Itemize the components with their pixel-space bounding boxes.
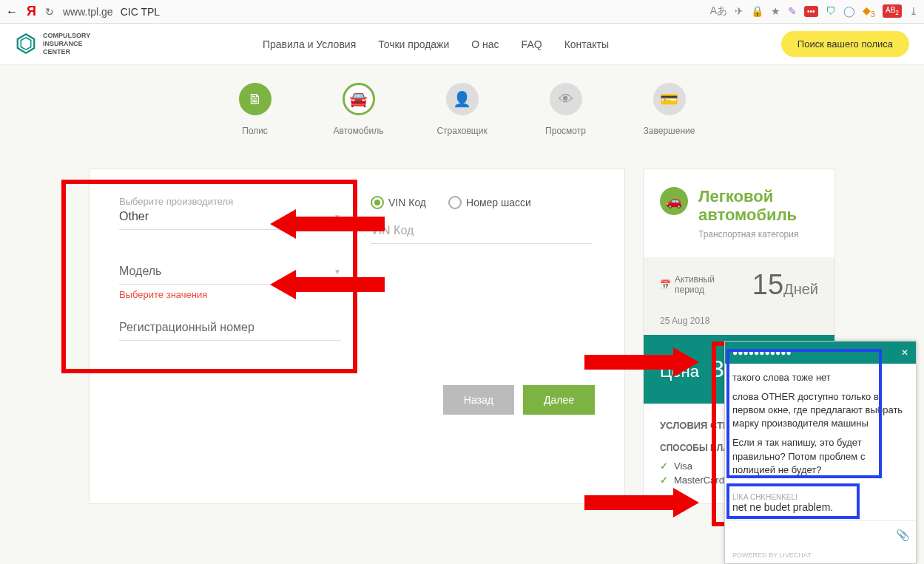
chat-messages[interactable]: такого слова тоже нет слова OTHER доступ… xyxy=(725,364,916,490)
vin-field[interactable]: VIN Код xyxy=(371,224,593,244)
nav-points[interactable]: Точки продажи xyxy=(378,38,449,50)
period-box: 📅 Активный период 15 Дней xyxy=(644,257,834,313)
chevron-down-icon: ▼ xyxy=(334,268,341,276)
step-complete[interactable]: 💳 Завершение xyxy=(618,83,721,136)
browser-back-button[interactable]: ← xyxy=(6,5,18,18)
registration-input[interactable]: Регистрационный номер xyxy=(119,321,341,341)
ext-badge-red[interactable]: ••• xyxy=(804,6,818,17)
chat-msg-1: такого слова тоже нет xyxy=(732,371,908,384)
car-icon: 🚘 xyxy=(343,83,375,115)
browser-toolbar: ← Я ↻ www.tpl.ge CIC TPL Аあ ✈ 🔒 ★ ✎ ••• … xyxy=(0,0,924,24)
radio-vin[interactable]: VIN Код xyxy=(371,196,426,209)
manufacturer-select[interactable]: Other ▼ xyxy=(119,210,341,230)
url-text: www.tpl.ge xyxy=(63,6,113,18)
step-review[interactable]: 👁 Просмотр xyxy=(514,83,618,136)
download-icon[interactable]: ⤓ xyxy=(909,5,918,17)
main-nav: Правила и Условия Точки продажи О нас FA… xyxy=(90,38,781,50)
card-icon: 💳 xyxy=(653,83,686,115)
adblock-icon[interactable]: AB2 xyxy=(883,4,902,18)
radio-chassis[interactable]: Номер шасси xyxy=(448,196,531,209)
form-buttons: Назад Далее xyxy=(119,385,595,415)
send-icon[interactable]: ✈ xyxy=(735,5,743,17)
back-button[interactable]: Назад xyxy=(443,385,514,415)
chat-agent-name: LIKA CHKHENKELI xyxy=(725,490,916,501)
manufacturer-label: Выберите производителя xyxy=(119,196,341,207)
period-value: 15 Дней xyxy=(752,269,818,301)
shield-icon[interactable]: ⛉ xyxy=(826,5,836,17)
nav-contacts[interactable]: Контакты xyxy=(564,38,609,50)
nav-rules[interactable]: Правила и Условия xyxy=(263,38,356,50)
calendar-icon: 📅 xyxy=(660,279,671,290)
site-logo[interactable]: COMPULSORY INSURANCE CENTER xyxy=(15,32,90,55)
page-title-text: CIC TPL xyxy=(121,6,160,18)
lock-icon[interactable]: 🔒 xyxy=(751,5,763,17)
hexagon-logo-icon xyxy=(15,33,37,55)
next-button[interactable]: Далее xyxy=(523,385,595,415)
yandex-logo-icon[interactable]: Я xyxy=(27,4,36,19)
eye-icon: 👁 xyxy=(550,83,582,115)
chat-input[interactable] xyxy=(731,527,896,543)
chat-header[interactable]: ●●●●●●●●●●● ✕ xyxy=(725,342,916,364)
registration-field[interactable]: Регистрационный номер xyxy=(119,321,341,341)
radio-checked-icon xyxy=(371,196,384,209)
step-policy[interactable]: 🗎 Полис xyxy=(203,83,307,136)
chat-title: ●●●●●●●●●●● xyxy=(732,347,792,358)
step-insurer[interactable]: 👤 Страховщик xyxy=(411,83,514,136)
address-bar[interactable]: www.tpl.ge CIC TPL xyxy=(63,6,701,18)
chat-footer: POWERED BY LIVECHAT xyxy=(725,549,916,563)
ext-orange-icon[interactable]: ◆3 xyxy=(863,4,875,18)
document-icon: 🗎 xyxy=(239,83,272,115)
category-subtitle: Транспортная категория xyxy=(698,229,818,239)
search-policy-button[interactable]: Поиск вашего полиса xyxy=(781,31,909,57)
model-field[interactable]: Модель ▼ Выберите значения xyxy=(119,265,341,300)
vehicle-form-card: VIN Код Номер шасси Выберите производите… xyxy=(89,169,625,504)
manufacturer-field[interactable]: Выберите производителя Other ▼ xyxy=(119,196,341,230)
period-label: 📅 Активный период xyxy=(660,274,742,295)
chat-close-icon[interactable]: ✕ xyxy=(901,347,908,358)
step-car[interactable]: 🚘 Автомобиль xyxy=(307,83,411,136)
period-date: 25 Aug 2018 xyxy=(644,313,834,335)
person-icon: 👤 xyxy=(446,83,479,115)
category-title: Легковой автомобиль xyxy=(698,187,818,225)
model-select[interactable]: Модель ▼ xyxy=(119,265,341,285)
chat-input-area: 📎 xyxy=(725,520,916,549)
drop-icon[interactable]: ◯ xyxy=(843,5,855,17)
nav-faq[interactable]: FAQ xyxy=(522,38,542,50)
model-error: Выберите значения xyxy=(119,289,341,300)
bookmark-star-icon[interactable]: ★ xyxy=(771,5,780,17)
refresh-icon[interactable]: ↻ xyxy=(45,6,54,18)
svg-marker-1 xyxy=(21,38,31,50)
chat-msg-2: слова OTHER доступно только в первом окн… xyxy=(732,390,908,431)
browser-extension-icons: Аあ ✈ 🔒 ★ ✎ ••• ⛉ ◯ ◆3 AB2 ⤓ xyxy=(710,4,918,18)
radio-unchecked-icon xyxy=(448,196,462,209)
translate-icon[interactable]: Аあ xyxy=(710,4,727,18)
progress-stepper: 🗎 Полис 🚘 Автомобиль 👤 Страховщик 👁 Прос… xyxy=(0,65,924,154)
chat-msg-3: Если я так напишу, это будет правильно? … xyxy=(732,436,908,477)
site-header: COMPULSORY INSURANCE CENTER Правила и Ус… xyxy=(0,24,924,65)
chevron-down-icon: ▼ xyxy=(334,213,341,221)
vin-input[interactable]: VIN Код xyxy=(371,224,593,244)
livechat-widget: ●●●●●●●●●●● ✕ такого слова тоже нет слов… xyxy=(724,341,917,564)
car-category-icon: 🚗 xyxy=(660,187,688,215)
feather-icon[interactable]: ✎ xyxy=(788,5,797,17)
attach-icon[interactable]: 📎 xyxy=(896,529,910,542)
chat-agent-reply: net ne budet prablem. xyxy=(725,501,916,520)
logo-text: COMPULSORY INSURANCE CENTER xyxy=(43,32,90,55)
nav-about[interactable]: О нас xyxy=(471,38,499,50)
category-box: 🚗 Легковой автомобиль Транспортная катег… xyxy=(644,169,834,257)
